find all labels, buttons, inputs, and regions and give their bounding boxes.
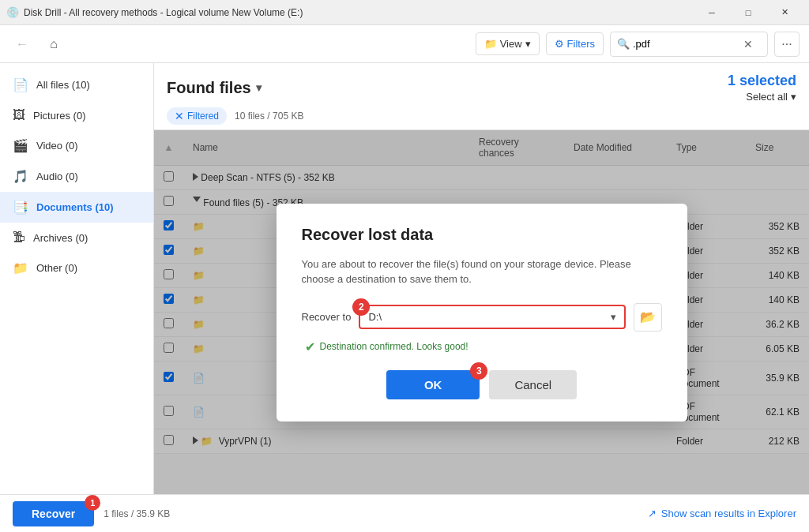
ok-label: OK <box>424 378 442 392</box>
home-button[interactable]: ⌂ <box>41 32 66 57</box>
filter-chip[interactable]: ✕ Filtered <box>167 107 227 125</box>
window-controls: ─ □ ✕ <box>694 0 803 25</box>
sidebar-item-audio-label: Audio (0) <box>36 170 78 182</box>
show-scan-results-label: Show scan results in Explorer <box>661 508 796 519</box>
sidebar-item-video-label: Video (0) <box>36 140 78 152</box>
found-files-title: Found files <box>167 79 251 97</box>
modal-actions: OK 3 Cancel <box>302 370 662 399</box>
window-title: Disk Drill - All recovery methods - Logi… <box>24 7 694 18</box>
filter-chip-x-icon: ✕ <box>175 110 184 122</box>
sidebar-item-documents[interactable]: 📑 Documents (10) <box>0 192 153 223</box>
other-icon: 📁 <box>13 260 28 275</box>
audio-icon: 🎵 <box>13 169 28 184</box>
destination-select[interactable]: 2 D:\ ▾ <box>359 305 625 329</box>
view-label: View <box>500 38 522 50</box>
file-table-wrap[interactable]: ▲ Name Recovery chances Date Modified Ty… <box>154 130 809 494</box>
modal-cancel-button[interactable]: Cancel <box>489 370 577 399</box>
sidebar-item-all-files-label: All files (10) <box>36 79 90 91</box>
title-bar: 💿 Disk Drill - All recovery methods - Lo… <box>0 0 809 25</box>
filters-icon: ⚙ <box>555 38 564 50</box>
app-icon: 💿 <box>6 6 19 19</box>
modal-description: You are about to recover the file(s) fou… <box>302 257 662 287</box>
footer: Recover 1 1 files / 35.9 KB ↗ Show scan … <box>0 494 809 532</box>
destination-chevron-icon: ▾ <box>611 311 616 323</box>
modal-ok-button[interactable]: OK 3 <box>386 370 480 399</box>
main-content: Found files ▾ 1 selected Select all ▾ ✕ … <box>154 63 809 494</box>
sidebar-item-documents-label: Documents (10) <box>36 201 114 213</box>
close-button[interactable]: ✕ <box>766 0 803 25</box>
folder-browse-icon: 📂 <box>640 309 656 324</box>
back-button[interactable]: ← <box>9 32 35 57</box>
filters-button[interactable]: ⚙ Filters <box>546 32 604 55</box>
cancel-label: Cancel <box>514 378 551 392</box>
archives-icon: 🗜 <box>13 230 25 245</box>
filter-info: 10 files / 705 KB <box>235 111 303 122</box>
sidebar-item-archives-label: Archives (0) <box>33 232 88 244</box>
sidebar: 📄 All files (10) 🖼 Pictures (0) 🎬 Video … <box>0 63 154 494</box>
video-icon: 🎬 <box>13 138 28 153</box>
pictures-icon: 🖼 <box>13 108 25 122</box>
all-files-icon: 📄 <box>13 77 28 92</box>
view-button[interactable]: 📁 View ▾ <box>476 32 540 55</box>
confirm-message: Destination confirmed. Looks good! <box>320 341 468 352</box>
toolbar: ← ⌂ 📁 View ▾ ⚙ Filters 🔍 ✕ ··· <box>0 25 809 63</box>
sidebar-item-pictures-label: Pictures (0) <box>33 110 85 122</box>
step-badge-3: 3 <box>470 362 487 380</box>
sidebar-item-other-label: Other (0) <box>36 262 77 274</box>
select-all-label: Select all <box>746 91 788 103</box>
destination-value: D:\ <box>368 311 610 323</box>
recover-modal: Recover lost data You are about to recov… <box>277 204 687 421</box>
select-all-row[interactable]: Select all ▾ <box>746 91 796 103</box>
browse-folder-button[interactable]: 📂 <box>634 303 662 332</box>
app-body: 📄 All files (10) 🖼 Pictures (0) 🎬 Video … <box>0 63 809 494</box>
folder-icon: 📁 <box>484 38 497 50</box>
found-files-title-group: Found files ▾ <box>167 79 262 97</box>
sidebar-item-archives[interactable]: 🗜 Archives (0) <box>0 223 153 253</box>
modal-title: Recover lost data <box>302 226 662 244</box>
recover-badge: 1 <box>85 495 100 511</box>
modal-confirm-row: ✔ Destination confirmed. Looks good! <box>302 339 662 354</box>
minimize-button[interactable]: ─ <box>694 0 730 25</box>
selected-count: 1 selected <box>728 73 796 89</box>
sidebar-item-pictures[interactable]: 🖼 Pictures (0) <box>0 100 153 130</box>
confirm-check-icon: ✔ <box>305 339 315 354</box>
recover-label: Recover <box>32 508 75 520</box>
found-files-header: Found files ▾ 1 selected Select all ▾ <box>154 63 809 103</box>
filter-chip-label: Filtered <box>187 111 219 122</box>
show-scan-results-link[interactable]: ↗ Show scan results in Explorer <box>648 508 796 519</box>
more-icon: ··· <box>781 37 792 51</box>
footer-info: 1 files / 35.9 KB <box>103 508 170 519</box>
search-clear-icon[interactable]: ✕ <box>743 38 753 51</box>
documents-icon: 📑 <box>13 200 28 215</box>
recover-to-label: Recover to <box>302 311 352 323</box>
search-icon: 🔍 <box>617 38 630 50</box>
sidebar-item-other[interactable]: 📁 Other (0) <box>0 253 153 283</box>
search-box: 🔍 ✕ <box>610 32 768 57</box>
sidebar-item-all-files[interactable]: 📄 All files (10) <box>0 69 153 100</box>
modal-recover-to-row: Recover to 2 D:\ ▾ 📂 <box>302 303 662 332</box>
found-files-chevron-icon[interactable]: ▾ <box>256 81 262 94</box>
select-all-chevron-icon: ▾ <box>791 91 796 103</box>
filters-label: Filters <box>567 38 595 50</box>
sidebar-item-audio[interactable]: 🎵 Audio (0) <box>0 161 153 192</box>
sidebar-item-video[interactable]: 🎬 Video (0) <box>0 130 153 161</box>
step-badge-2: 2 <box>352 298 370 316</box>
external-link-icon: ↗ <box>648 508 657 519</box>
filter-row: ✕ Filtered 10 files / 705 KB <box>154 103 809 130</box>
more-button[interactable]: ··· <box>774 32 800 57</box>
recover-button[interactable]: Recover 1 <box>13 501 94 526</box>
header-right: 1 selected Select all ▾ <box>728 73 796 103</box>
search-input[interactable] <box>633 38 743 50</box>
modal-overlay: Recover lost data You are about to recov… <box>154 130 809 494</box>
maximize-button[interactable]: □ <box>730 0 766 25</box>
view-chevron-icon: ▾ <box>525 38 531 50</box>
